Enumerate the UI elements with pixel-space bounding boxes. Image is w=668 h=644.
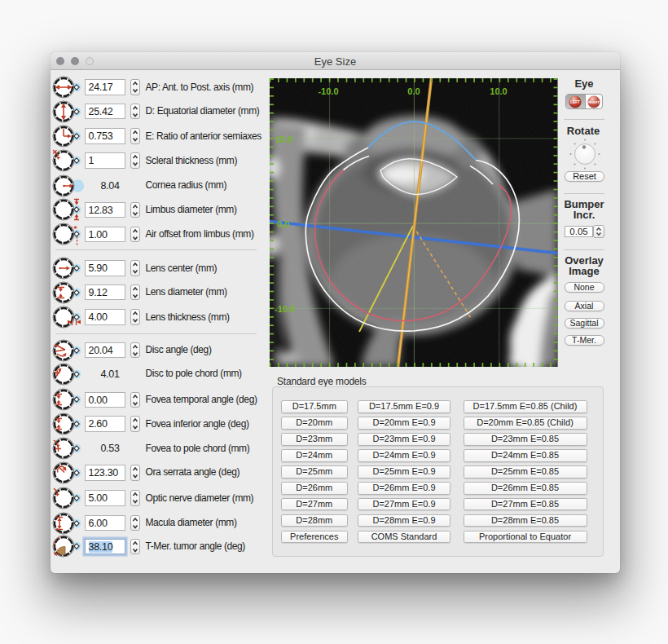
- svg-text:RIGHT: RIGHT: [588, 100, 600, 104]
- svg-text:0.0: 0.0: [277, 219, 289, 229]
- svg-text:-10.0: -10.0: [275, 304, 295, 314]
- svg-text:0.0: 0.0: [407, 86, 420, 96]
- svg-text:-10.0: -10.0: [318, 86, 338, 96]
- svg-text:LEFT: LEFT: [570, 100, 580, 104]
- svg-text:10.0: 10.0: [275, 135, 292, 144]
- svg-text:10.0: 10.0: [490, 86, 507, 96]
